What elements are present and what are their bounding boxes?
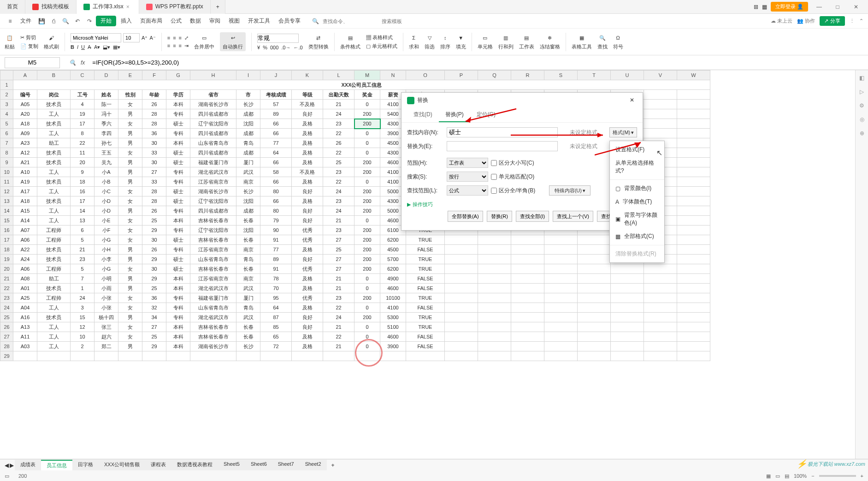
tab-ppt[interactable]: WPS PPT教程.pptx <box>139 0 211 14</box>
dec-inc-icon[interactable]: .0→ <box>281 45 290 50</box>
rowcol-button[interactable]: ▥行和列 <box>498 33 514 50</box>
tab-home[interactable]: 首页 <box>0 0 25 14</box>
find-input[interactable] <box>447 127 558 137</box>
sp-icon-5[interactable]: ⊕ <box>860 130 864 137</box>
minimize-button[interactable]: — <box>812 0 827 13</box>
apps-icon[interactable]: ▦ <box>762 4 767 10</box>
more-icon[interactable]: ⋮ <box>850 18 855 24</box>
fullhalf-checkbox[interactable]: 区分全/半角(B) <box>491 187 535 195</box>
print-icon[interactable]: ⎙ <box>48 16 59 27</box>
fmt-font-color[interactable]: A字体颜色(T) <box>610 195 664 208</box>
fillcolor-icon[interactable]: ⬓▾ <box>103 44 110 50</box>
redo-icon[interactable]: ↷ <box>84 16 95 27</box>
find-button[interactable]: 🔍查找 <box>597 33 608 50</box>
percent-icon[interactable]: % <box>263 45 267 50</box>
cellfmt-button[interactable]: ▢ 单元格样式 <box>366 43 397 50</box>
fill-button[interactable]: ▼填充 <box>456 33 466 50</box>
dialog-close-icon[interactable]: ✕ <box>630 97 637 104</box>
typeconv-button[interactable]: ⇄类型转换 <box>308 33 329 50</box>
currency-icon[interactable]: ¥ <box>257 45 260 50</box>
sheet-tab[interactable]: Sheet2 <box>300 460 327 470</box>
tab-close-icon[interactable]: × <box>126 4 132 10</box>
fmt-clear[interactable]: 清除替换格式(R) <box>610 247 664 261</box>
replaceall-button[interactable]: 全部替换(A) <box>448 211 483 222</box>
find-format-button[interactable]: 格式(M) ▾ <box>609 127 637 137</box>
align-left-icon[interactable]: ≡ <box>167 43 170 49</box>
sp-icon-1[interactable]: ◧ <box>859 75 864 81</box>
view-normal-icon[interactable]: ▦ <box>766 473 771 479</box>
sheet-tab[interactable]: 数据透视表教程 <box>171 460 218 470</box>
grid-icon[interactable]: ⊞ <box>754 4 758 10</box>
comma-icon[interactable]: 000 <box>270 45 278 50</box>
tab-workbook[interactable]: 工作簿3.xlsx× <box>77 0 139 14</box>
font-size-select[interactable] <box>123 33 140 42</box>
share-button[interactable]: ↗ 分享 <box>820 16 845 26</box>
worksheet-button[interactable]: ▤工作表 <box>519 33 534 50</box>
merge-button[interactable]: ▭合并居中 <box>194 33 214 50</box>
file-menu[interactable]: 文件 <box>17 17 35 25</box>
sort-button[interactable]: ↕排序 <box>440 33 450 50</box>
sheet-tab[interactable]: Sheet7 <box>272 460 300 470</box>
search-templates-input[interactable] <box>382 18 437 24</box>
underline-icon[interactable]: U <box>81 44 85 50</box>
paste-button[interactable]: 📋粘贴 <box>5 33 15 50</box>
fmt-both-color[interactable]: ▣背景与字体颜色(A) <box>610 208 664 230</box>
command-search[interactable]: 🔍 <box>312 18 437 24</box>
close-button[interactable]: ✕ <box>849 0 863 13</box>
lookin-select[interactable]: 公式 <box>447 185 488 196</box>
preview-icon[interactable]: 🔍 <box>60 16 71 27</box>
filter-button[interactable]: ▽筛选 <box>425 33 435 50</box>
increase-font-icon[interactable]: A⁺ <box>142 35 148 41</box>
zoom-in-icon[interactable]: + <box>861 473 863 479</box>
sheet-tab[interactable]: XXX公司销售额 <box>99 460 145 470</box>
save-icon[interactable]: 💾 <box>36 16 47 27</box>
align-center-icon[interactable]: ≡ <box>173 43 176 49</box>
menu-data[interactable]: 数据 <box>186 17 205 25</box>
menu-formula[interactable]: 公式 <box>167 17 185 25</box>
tab-add[interactable]: + <box>211 0 225 14</box>
italic-icon[interactable]: I <box>77 44 78 50</box>
condfmt-button[interactable]: ▤条件格式 <box>340 33 360 50</box>
operation-tip[interactable]: ▶ 操作技巧 <box>402 197 643 208</box>
menu-review[interactable]: 审阅 <box>206 17 224 25</box>
collapse-icon[interactable]: ⌃ <box>859 18 863 24</box>
sheet-tab[interactable]: Sheet5 <box>218 460 245 470</box>
sheet-tab[interactable]: Sheet6 <box>245 460 272 470</box>
range-select[interactable]: 工作表 <box>447 158 488 168</box>
cell-button[interactable]: ▭单元格 <box>478 33 493 50</box>
coop-button[interactable]: 👥 协作 <box>797 18 815 24</box>
menu-view[interactable]: 视图 <box>225 17 243 25</box>
menu-insert[interactable]: 插入 <box>117 17 136 25</box>
dlg-tab-replace[interactable]: 替换(P) <box>439 108 470 122</box>
undo-icon[interactable]: ↶ <box>72 16 83 27</box>
copy-button[interactable]: 📄 复制 <box>20 43 38 50</box>
wrap-button[interactable]: ↩自动换行 <box>220 32 246 51</box>
fmt-bg-color[interactable]: ▢背景颜色(I) <box>610 182 664 195</box>
view-split-icon[interactable]: ▤ <box>785 473 789 479</box>
tab-template[interactable]: 找稿壳模板 <box>25 0 77 14</box>
search-commands-input[interactable] <box>323 18 378 24</box>
border-icon[interactable]: ▦▾ <box>113 44 120 50</box>
sheet-tab[interactable]: 成绩表 <box>15 460 41 470</box>
sheet-tab[interactable]: 田字格 <box>72 460 99 470</box>
sp-icon-4[interactable]: ◎ <box>860 116 864 123</box>
tab-nav-prev[interactable]: ◀ <box>5 462 9 469</box>
sheet-tab[interactable]: 课程表 <box>145 460 171 470</box>
hamburger-icon[interactable]: ≡ <box>5 16 16 27</box>
font-name-select[interactable] <box>71 33 121 42</box>
freeze-button[interactable]: ❄冻结窗格 <box>540 33 560 50</box>
dlg-tab-find[interactable]: 查找(D) <box>407 108 439 122</box>
tablefmt-button[interactable]: ▦ 表格样式 <box>366 34 397 41</box>
zoom-slider[interactable] <box>819 475 856 477</box>
cut-button[interactable]: ✂ 剪切 <box>20 34 38 41</box>
tab-nav-next[interactable]: ▶ <box>10 462 14 469</box>
maximize-button[interactable]: □ <box>830 0 845 13</box>
align-mid-icon[interactable]: ≡ <box>173 35 176 41</box>
tab-add-sheet[interactable]: + <box>328 462 338 469</box>
name-box[interactable] <box>5 57 60 68</box>
cloud-status[interactable]: ☁ 未上云 <box>771 18 792 24</box>
replace-button[interactable]: 替换(R) <box>487 211 512 222</box>
special-content-button[interactable]: 特殊内容(U) ▾ <box>549 185 590 196</box>
align-right-icon[interactable]: ≡ <box>179 43 182 49</box>
sum-button[interactable]: Σ求和 <box>409 33 419 50</box>
